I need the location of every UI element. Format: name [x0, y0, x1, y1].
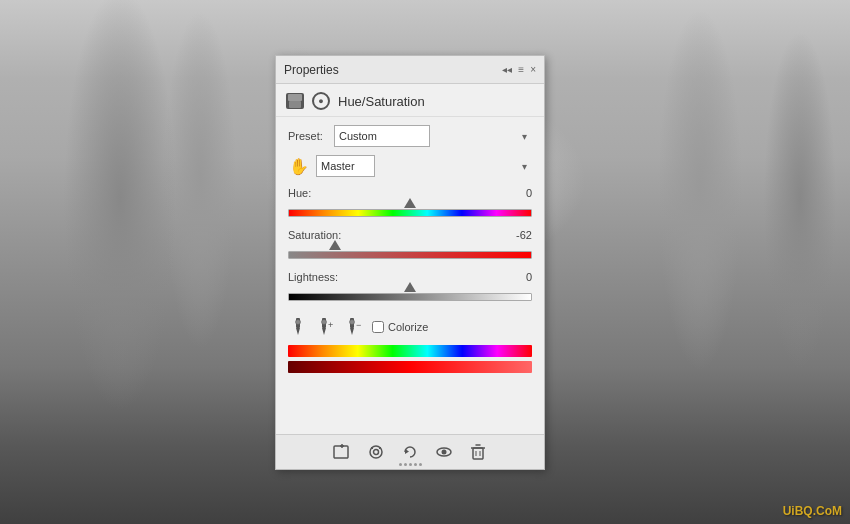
hue-slider-wrapper — [288, 201, 532, 225]
hue-value: 0 — [502, 187, 532, 199]
channel-select-wrapper: Master Reds Yellows Greens Cyans Blues M… — [316, 155, 532, 177]
eyedropper-plus-icon[interactable]: + — [316, 317, 336, 337]
adjustment-header: ● Hue/Saturation — [276, 84, 544, 117]
color-bar-red — [288, 361, 532, 373]
svg-point-2 — [296, 320, 301, 325]
visibility-icon[interactable] — [433, 441, 455, 463]
grip-dot — [404, 463, 407, 466]
panel-header-title: Hue/Saturation — [338, 94, 425, 109]
eyedropper-icon[interactable] — [288, 317, 308, 337]
panel-footer — [276, 434, 544, 469]
hue-slider[interactable] — [288, 209, 532, 217]
svg-text:+: + — [328, 320, 333, 330]
hue-section: Hue: 0 — [288, 187, 532, 225]
lightness-thumb — [404, 282, 416, 292]
grip-dot — [419, 463, 422, 466]
saturation-thumb — [329, 240, 341, 250]
svg-marker-1 — [296, 328, 300, 335]
watermark: UiBQ.CoM — [783, 504, 842, 518]
grip-dot — [414, 463, 417, 466]
color-bar-rainbow — [288, 345, 532, 357]
lightness-value: 0 — [502, 271, 532, 283]
saturation-header: Saturation: -62 — [288, 229, 532, 241]
delete-icon[interactable] — [467, 441, 489, 463]
preset-label: Preset: — [288, 130, 328, 142]
saturation-slider[interactable] — [288, 251, 532, 259]
grip-dot — [409, 463, 412, 466]
svg-rect-11 — [334, 446, 348, 458]
svg-marker-4 — [322, 328, 326, 335]
save-icon[interactable] — [286, 93, 304, 109]
panel-menu-icon[interactable]: ≡ — [518, 64, 524, 75]
panel-collapse-icon[interactable]: ◂◂ — [502, 64, 512, 75]
history-icon[interactable] — [365, 441, 387, 463]
svg-rect-21 — [473, 448, 483, 459]
properties-panel: Properties ◂◂ ≡ × ● Hue/Saturation Prese… — [275, 55, 545, 470]
reset-icon[interactable] — [399, 441, 421, 463]
colorize-checkbox[interactable] — [372, 321, 384, 333]
svg-point-20 — [442, 450, 447, 455]
lightness-slider-wrapper — [288, 285, 532, 309]
svg-point-9 — [350, 320, 355, 325]
channel-row: ✋ Master Reds Yellows Greens Cyans Blues… — [288, 155, 532, 177]
panel-close-icon[interactable]: × — [530, 64, 536, 75]
colorize-label: Colorize — [388, 321, 428, 333]
panel-title-icons: ◂◂ ≡ × — [502, 64, 536, 75]
svg-point-15 — [374, 450, 379, 455]
saturation-section: Saturation: -62 — [288, 229, 532, 267]
adjustment-type-icon[interactable]: ● — [312, 92, 330, 110]
saturation-slider-wrapper — [288, 243, 532, 267]
grip-dot — [399, 463, 402, 466]
preset-select-wrapper: Custom Default Strong Saturation Sepia — [334, 125, 532, 147]
svg-point-5 — [322, 320, 327, 325]
channel-select[interactable]: Master Reds Yellows Greens Cyans Blues M… — [316, 155, 375, 177]
svg-text:−: − — [356, 320, 361, 330]
lightness-section: Lightness: 0 — [288, 271, 532, 309]
svg-marker-18 — [405, 449, 409, 454]
lightness-label: Lightness: — [288, 271, 338, 283]
panel-titlebar: Properties ◂◂ ≡ × — [276, 56, 544, 84]
panel-body: Preset: Custom Default Strong Saturation… — [276, 117, 544, 434]
color-bars — [288, 345, 532, 373]
lightness-slider[interactable] — [288, 293, 532, 301]
eyedropper-minus-icon[interactable]: − — [344, 317, 364, 337]
hue-label: Hue: — [288, 187, 311, 199]
svg-marker-8 — [350, 328, 354, 335]
preset-row: Preset: Custom Default Strong Saturation… — [288, 125, 532, 147]
saturation-value: -62 — [502, 229, 532, 241]
tools-row: + − Colorize — [288, 317, 532, 337]
preset-select[interactable]: Custom Default Strong Saturation Sepia — [334, 125, 430, 147]
hue-thumb — [404, 198, 416, 208]
hand-tool-icon[interactable]: ✋ — [288, 155, 310, 177]
panel-title: Properties — [284, 63, 339, 77]
add-adjustment-icon[interactable] — [331, 441, 353, 463]
colorize-row: Colorize — [372, 321, 428, 333]
